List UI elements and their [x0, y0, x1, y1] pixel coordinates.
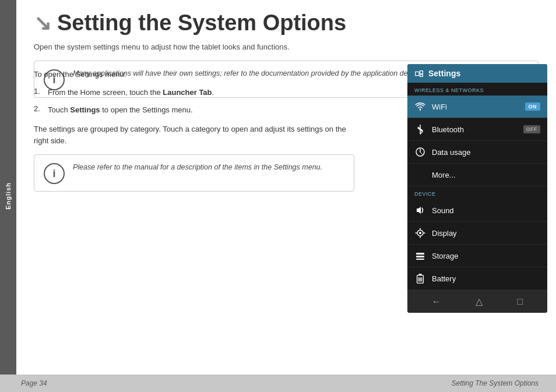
footer-page-number: Page 34: [21, 379, 47, 387]
settings-icon: [414, 70, 424, 77]
bluetooth-toggle[interactable]: OFF: [523, 125, 541, 133]
bluetooth-label: Bluetooth: [432, 125, 523, 134]
settings-description: The settings are grouped by category. To…: [34, 123, 354, 146]
more-icon: [414, 169, 426, 181]
step-1: 1. From the Home screen, touch the Launc…: [34, 87, 354, 98]
svg-rect-7: [418, 274, 421, 276]
svg-rect-5: [416, 259, 424, 260]
data-usage-label: Data usage: [432, 148, 540, 157]
step-1-num: 1.: [34, 87, 48, 98]
device-header: Settings: [407, 64, 547, 83]
svg-rect-4: [416, 256, 424, 257]
side-tab: English: [0, 0, 16, 392]
storage-label: Storage: [432, 252, 540, 260]
back-button[interactable]: ←: [432, 296, 441, 307]
more-item[interactable]: More...: [407, 164, 547, 186]
instructions-intro: To open the Settings menu:: [34, 70, 354, 79]
wifi-item[interactable]: WiFi ON: [407, 96, 547, 118]
step-2-num: 2.: [34, 104, 48, 116]
page-title: Setting the System Options: [57, 10, 346, 36]
svg-rect-8: [418, 277, 422, 281]
step-2: 2. Touch Settings to open the Settings m…: [34, 104, 354, 116]
device-screenshot: Settings WIRELESS & NETWORKS WiFi ON Blu…: [407, 64, 547, 313]
wifi-label: WiFi: [432, 103, 525, 111]
section-wireless-label: WIRELESS & NETWORKS: [407, 83, 547, 96]
data-usage-icon: [414, 146, 426, 158]
display-item[interactable]: Display: [407, 222, 547, 245]
bluetooth-item[interactable]: Bluetooth OFF: [407, 118, 547, 141]
info-box-2: i Please refer to the manual for a descr…: [34, 154, 354, 192]
display-label: Display: [432, 229, 540, 238]
svg-point-2: [419, 232, 421, 234]
battery-icon: [414, 273, 426, 284]
sound-item[interactable]: Sound: [407, 199, 547, 222]
info-text-2: Please refer to the manual for a descrip…: [73, 162, 322, 173]
recents-button[interactable]: □: [518, 296, 523, 307]
device-nav-bar: ← △ □: [407, 290, 547, 313]
section-device-label: DEVICE: [407, 186, 547, 199]
info-icon-2: i: [44, 163, 65, 184]
svg-rect-3: [416, 253, 424, 255]
device-header-title: Settings: [428, 69, 460, 78]
data-usage-item[interactable]: Data usage: [407, 141, 547, 164]
display-icon: [414, 227, 426, 239]
storage-item[interactable]: Storage: [407, 245, 547, 267]
page-title-area: ↘ Setting the System Options: [34, 10, 539, 36]
step-1-text: From the Home screen, touch the Launcher…: [48, 87, 214, 98]
wifi-icon: [414, 101, 426, 112]
footer-bar: Page 34 Setting The System Options: [0, 375, 556, 392]
arrow-icon: ↘: [34, 11, 51, 36]
wifi-toggle[interactable]: ON: [525, 103, 541, 111]
step-2-text: Touch Settings to open the Settings menu…: [48, 104, 193, 116]
instructions-area: To open the Settings menu: 1. From the H…: [16, 70, 372, 203]
sound-label: Sound: [432, 206, 540, 215]
footer-chapter-title: Setting The System Options: [452, 379, 539, 387]
battery-item[interactable]: Battery: [407, 267, 547, 290]
side-tab-label: English: [5, 182, 12, 210]
sound-icon: [414, 204, 426, 216]
bluetooth-icon: [414, 123, 426, 135]
page-subtitle: Open the system settings menu to adjust …: [34, 43, 539, 51]
storage-icon: [414, 250, 426, 262]
battery-label: Battery: [432, 274, 540, 283]
more-label: More...: [432, 171, 540, 179]
home-button[interactable]: △: [476, 296, 483, 307]
